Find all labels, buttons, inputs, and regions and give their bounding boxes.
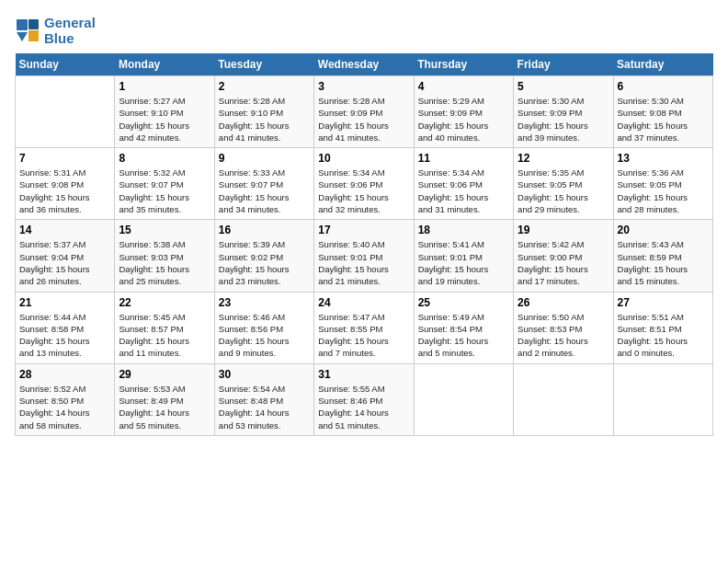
calendar-cell: 21Sunrise: 5:44 AM Sunset: 8:58 PM Dayli… xyxy=(16,292,115,363)
day-info: Sunrise: 5:37 AM Sunset: 9:04 PM Dayligh… xyxy=(19,238,110,287)
day-info: Sunrise: 5:34 AM Sunset: 9:06 PM Dayligh… xyxy=(418,167,509,215)
day-number: 26 xyxy=(518,296,609,309)
day-info: Sunrise: 5:28 AM Sunset: 9:10 PM Dayligh… xyxy=(219,95,310,144)
header-tuesday: Tuesday xyxy=(214,53,313,76)
day-number: 16 xyxy=(219,224,310,236)
header-saturday: Saturday xyxy=(613,53,712,76)
day-number: 12 xyxy=(518,152,609,165)
day-number: 1 xyxy=(119,80,210,93)
day-number: 7 xyxy=(19,152,110,165)
day-info: Sunrise: 5:36 AM Sunset: 9:05 PM Dayligh… xyxy=(618,167,709,215)
calendar-cell: 15Sunrise: 5:38 AM Sunset: 9:03 PM Dayli… xyxy=(115,220,214,292)
calendar-cell: 14Sunrise: 5:37 AM Sunset: 9:04 PM Dayli… xyxy=(16,220,115,292)
calendar-cell xyxy=(16,76,115,148)
day-number: 9 xyxy=(219,152,310,165)
day-info: Sunrise: 5:47 AM Sunset: 8:55 PM Dayligh… xyxy=(318,311,409,360)
day-number: 27 xyxy=(618,296,709,309)
day-info: Sunrise: 5:44 AM Sunset: 8:58 PM Dayligh… xyxy=(19,311,110,360)
calendar-cell: 12Sunrise: 5:35 AM Sunset: 9:05 PM Dayli… xyxy=(514,148,613,220)
svg-marker-3 xyxy=(28,30,39,41)
day-info: Sunrise: 5:50 AM Sunset: 8:53 PM Dayligh… xyxy=(518,311,609,360)
logo-icon xyxy=(15,17,40,43)
day-number: 23 xyxy=(219,296,310,309)
week-row-1: 1Sunrise: 5:27 AM Sunset: 9:10 PM Daylig… xyxy=(16,76,713,148)
svg-marker-2 xyxy=(17,32,28,41)
logo-text-blue: Blue xyxy=(44,30,96,46)
calendar-cell: 22Sunrise: 5:45 AM Sunset: 8:57 PM Dayli… xyxy=(115,292,214,363)
day-info: Sunrise: 5:30 AM Sunset: 9:08 PM Dayligh… xyxy=(618,95,709,144)
day-number: 24 xyxy=(318,296,409,309)
day-number: 11 xyxy=(418,152,509,165)
calendar-cell: 19Sunrise: 5:42 AM Sunset: 9:00 PM Dayli… xyxy=(514,220,613,292)
day-number: 25 xyxy=(418,296,509,309)
day-info: Sunrise: 5:29 AM Sunset: 9:09 PM Dayligh… xyxy=(418,95,509,144)
calendar-cell: 30Sunrise: 5:54 AM Sunset: 8:48 PM Dayli… xyxy=(214,363,313,435)
calendar-cell: 17Sunrise: 5:40 AM Sunset: 9:01 PM Dayli… xyxy=(314,220,414,292)
day-number: 5 xyxy=(518,80,609,93)
calendar-cell: 25Sunrise: 5:49 AM Sunset: 8:54 PM Dayli… xyxy=(414,292,513,363)
header-wednesday: Wednesday xyxy=(314,53,414,76)
calendar-cell: 27Sunrise: 5:51 AM Sunset: 8:51 PM Dayli… xyxy=(613,292,712,363)
calendar-cell: 24Sunrise: 5:47 AM Sunset: 8:55 PM Dayli… xyxy=(314,292,414,363)
day-number: 13 xyxy=(618,152,709,165)
calendar-cell: 23Sunrise: 5:46 AM Sunset: 8:56 PM Dayli… xyxy=(214,292,313,363)
calendar-table: SundayMondayTuesdayWednesdayThursdayFrid… xyxy=(15,53,713,436)
header-sunday: Sunday xyxy=(16,53,115,76)
calendar-cell: 2Sunrise: 5:28 AM Sunset: 9:10 PM Daylig… xyxy=(214,76,313,148)
day-info: Sunrise: 5:40 AM Sunset: 9:01 PM Dayligh… xyxy=(318,238,409,287)
calendar-cell xyxy=(613,363,712,435)
day-number: 19 xyxy=(518,224,609,236)
day-info: Sunrise: 5:52 AM Sunset: 8:50 PM Dayligh… xyxy=(19,383,110,431)
day-info: Sunrise: 5:31 AM Sunset: 9:08 PM Dayligh… xyxy=(19,167,110,215)
calendar-cell: 5Sunrise: 5:30 AM Sunset: 9:09 PM Daylig… xyxy=(514,76,613,148)
day-number: 20 xyxy=(618,224,709,236)
svg-rect-0 xyxy=(17,19,28,30)
day-info: Sunrise: 5:54 AM Sunset: 8:48 PM Dayligh… xyxy=(219,383,310,431)
day-info: Sunrise: 5:38 AM Sunset: 9:03 PM Dayligh… xyxy=(119,238,210,287)
day-number: 15 xyxy=(119,224,210,236)
svg-rect-1 xyxy=(28,19,39,29)
day-info: Sunrise: 5:53 AM Sunset: 8:49 PM Dayligh… xyxy=(119,383,210,431)
calendar-cell: 4Sunrise: 5:29 AM Sunset: 9:09 PM Daylig… xyxy=(414,76,513,148)
day-number: 18 xyxy=(418,224,509,236)
week-row-3: 14Sunrise: 5:37 AM Sunset: 9:04 PM Dayli… xyxy=(16,220,713,292)
week-row-4: 21Sunrise: 5:44 AM Sunset: 8:58 PM Dayli… xyxy=(16,292,713,363)
day-info: Sunrise: 5:32 AM Sunset: 9:07 PM Dayligh… xyxy=(119,167,210,215)
day-info: Sunrise: 5:46 AM Sunset: 8:56 PM Dayligh… xyxy=(219,311,310,360)
calendar-cell: 18Sunrise: 5:41 AM Sunset: 9:01 PM Dayli… xyxy=(414,220,513,292)
header: General Blue xyxy=(15,15,713,46)
day-info: Sunrise: 5:34 AM Sunset: 9:06 PM Dayligh… xyxy=(318,167,409,215)
calendar-cell: 31Sunrise: 5:55 AM Sunset: 8:46 PM Dayli… xyxy=(314,363,414,435)
calendar-cell: 9Sunrise: 5:33 AM Sunset: 9:07 PM Daylig… xyxy=(214,148,313,220)
calendar-cell: 3Sunrise: 5:28 AM Sunset: 9:09 PM Daylig… xyxy=(314,76,414,148)
day-info: Sunrise: 5:42 AM Sunset: 9:00 PM Dayligh… xyxy=(518,238,609,287)
calendar-cell: 1Sunrise: 5:27 AM Sunset: 9:10 PM Daylig… xyxy=(115,76,214,148)
header-thursday: Thursday xyxy=(414,53,513,76)
calendar-cell: 7Sunrise: 5:31 AM Sunset: 9:08 PM Daylig… xyxy=(16,148,115,220)
day-info: Sunrise: 5:39 AM Sunset: 9:02 PM Dayligh… xyxy=(219,238,310,287)
day-number: 4 xyxy=(418,80,509,93)
week-row-2: 7Sunrise: 5:31 AM Sunset: 9:08 PM Daylig… xyxy=(16,148,713,220)
calendar-cell: 11Sunrise: 5:34 AM Sunset: 9:06 PM Dayli… xyxy=(414,148,513,220)
calendar-cell: 8Sunrise: 5:32 AM Sunset: 9:07 PM Daylig… xyxy=(115,148,214,220)
day-info: Sunrise: 5:30 AM Sunset: 9:09 PM Dayligh… xyxy=(518,95,609,144)
day-number: 8 xyxy=(119,152,210,165)
calendar-cell: 13Sunrise: 5:36 AM Sunset: 9:05 PM Dayli… xyxy=(613,148,712,220)
day-info: Sunrise: 5:28 AM Sunset: 9:09 PM Dayligh… xyxy=(318,95,409,144)
calendar-cell: 29Sunrise: 5:53 AM Sunset: 8:49 PM Dayli… xyxy=(115,363,214,435)
day-number: 22 xyxy=(119,296,210,309)
day-info: Sunrise: 5:51 AM Sunset: 8:51 PM Dayligh… xyxy=(618,311,709,360)
day-number: 31 xyxy=(318,368,409,381)
day-info: Sunrise: 5:45 AM Sunset: 8:57 PM Dayligh… xyxy=(119,311,210,360)
header-friday: Friday xyxy=(514,53,613,76)
day-number: 14 xyxy=(19,224,110,236)
day-number: 3 xyxy=(318,80,409,93)
calendar-cell: 10Sunrise: 5:34 AM Sunset: 9:06 PM Dayli… xyxy=(314,148,414,220)
day-info: Sunrise: 5:49 AM Sunset: 8:54 PM Dayligh… xyxy=(418,311,509,360)
calendar-cell: 6Sunrise: 5:30 AM Sunset: 9:08 PM Daylig… xyxy=(613,76,712,148)
day-number: 29 xyxy=(119,368,210,381)
day-info: Sunrise: 5:41 AM Sunset: 9:01 PM Dayligh… xyxy=(418,238,509,287)
calendar-cell xyxy=(514,363,613,435)
day-number: 30 xyxy=(219,368,310,381)
day-number: 28 xyxy=(19,368,110,381)
